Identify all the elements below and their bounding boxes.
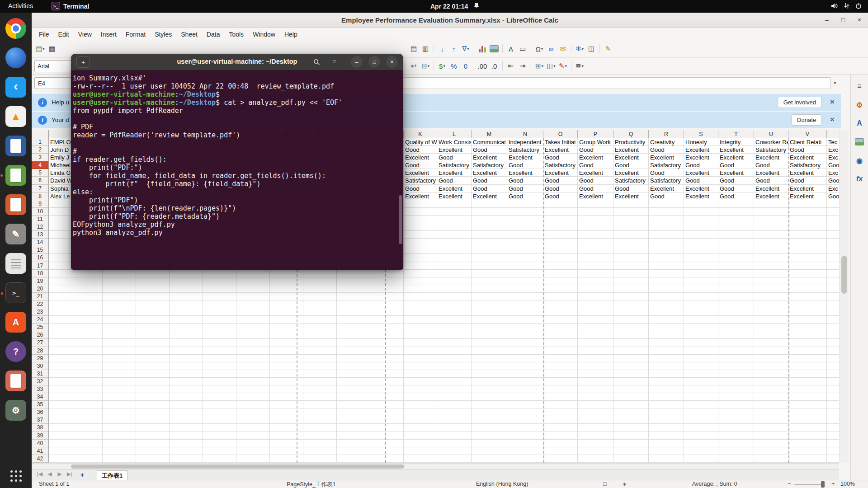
column-header-T[interactable]: T bbox=[718, 130, 754, 138]
cell-W18[interactable] bbox=[827, 270, 839, 277]
cell-A20[interactable] bbox=[49, 285, 103, 293]
cell-M8[interactable]: Excellent bbox=[472, 192, 507, 200]
cell-U30[interactable] bbox=[754, 362, 788, 370]
cell-V12[interactable] bbox=[788, 223, 827, 231]
sidebar-functions-icon[interactable]: fx bbox=[854, 174, 865, 184]
cell-E18[interactable] bbox=[203, 270, 236, 277]
cell-I19[interactable] bbox=[337, 277, 370, 285]
cell-S25[interactable] bbox=[684, 324, 718, 331]
cell-Q36[interactable] bbox=[613, 408, 649, 416]
cell-R36[interactable] bbox=[649, 408, 684, 416]
cell-A32[interactable] bbox=[49, 378, 103, 385]
cell-M15[interactable] bbox=[472, 246, 507, 254]
column-header-P[interactable]: P bbox=[578, 130, 613, 138]
cell-K10[interactable] bbox=[404, 208, 437, 216]
format-as-percent[interactable]: % bbox=[448, 60, 460, 72]
cell-M14[interactable] bbox=[472, 239, 507, 246]
cell-U7[interactable]: Excellent bbox=[754, 185, 788, 192]
cell-E40[interactable] bbox=[203, 440, 236, 447]
cell-P27[interactable] bbox=[578, 339, 613, 347]
cell-I29[interactable] bbox=[337, 355, 370, 362]
cell-H27[interactable] bbox=[303, 339, 337, 347]
cell-Q8[interactable]: Excellent bbox=[613, 192, 649, 200]
cell-F18[interactable] bbox=[236, 270, 270, 277]
cell-V18[interactable] bbox=[788, 270, 827, 277]
cell-A41[interactable] bbox=[49, 447, 103, 455]
row-header-7[interactable]: 7 bbox=[32, 185, 49, 192]
cell-R23[interactable] bbox=[649, 308, 684, 316]
cell-U34[interactable] bbox=[754, 393, 788, 401]
cell-K7[interactable]: Good bbox=[404, 185, 437, 192]
cell-O7[interactable]: Good bbox=[543, 185, 578, 192]
row-header-33[interactable]: 33 bbox=[32, 385, 49, 393]
cell-D21[interactable] bbox=[170, 293, 203, 300]
cell-N40[interactable] bbox=[507, 440, 543, 447]
cell-O41[interactable] bbox=[543, 447, 578, 455]
cell-O2[interactable]: Excellent bbox=[543, 146, 578, 154]
cell-G27[interactable] bbox=[270, 339, 303, 347]
cell-D30[interactable] bbox=[170, 362, 203, 370]
cell-R11[interactable] bbox=[649, 216, 684, 223]
libreoffice-writer-icon[interactable] bbox=[5, 136, 26, 156]
insert-special-character[interactable]: Ω▾ bbox=[533, 43, 545, 55]
cell-N19[interactable] bbox=[507, 277, 543, 285]
cell-L16[interactable] bbox=[437, 254, 472, 262]
cell-K31[interactable] bbox=[404, 370, 437, 378]
cell-Q7[interactable]: Good bbox=[613, 185, 649, 192]
cell-B42[interactable] bbox=[103, 455, 136, 463]
cell-I35[interactable] bbox=[337, 401, 370, 408]
cell-T29[interactable] bbox=[718, 355, 754, 362]
cell-Q11[interactable] bbox=[613, 216, 649, 223]
cell-N39[interactable] bbox=[507, 432, 543, 440]
row-header-31[interactable]: 31 bbox=[32, 370, 49, 378]
cell-U2[interactable]: Satisfactory bbox=[754, 146, 788, 154]
cell-C29[interactable] bbox=[136, 355, 170, 362]
row-header-11[interactable]: 11 bbox=[32, 216, 49, 223]
cell-N24[interactable] bbox=[507, 316, 543, 324]
cell-B20[interactable] bbox=[103, 285, 136, 293]
terminal-new-tab-button[interactable]: + bbox=[76, 56, 90, 68]
cell-C23[interactable] bbox=[136, 308, 170, 316]
cell-U39[interactable] bbox=[754, 432, 788, 440]
cell-H24[interactable] bbox=[303, 316, 337, 324]
cell-A22[interactable] bbox=[49, 300, 103, 308]
cell-T3[interactable]: Excellent bbox=[718, 154, 754, 161]
cell-C33[interactable] bbox=[136, 385, 170, 393]
cell-M3[interactable]: Excellent bbox=[472, 154, 507, 161]
cell-Q37[interactable] bbox=[613, 416, 649, 424]
cell-A33[interactable] bbox=[49, 385, 103, 393]
cell-V23[interactable] bbox=[788, 308, 827, 316]
cell-C35[interactable] bbox=[136, 401, 170, 408]
cell-G23[interactable] bbox=[270, 308, 303, 316]
cell-I33[interactable] bbox=[337, 385, 370, 393]
cell-B29[interactable] bbox=[103, 355, 136, 362]
cell-Q30[interactable] bbox=[613, 362, 649, 370]
cell-F41[interactable] bbox=[236, 447, 270, 455]
cell-J40[interactable] bbox=[370, 440, 404, 447]
cell-L11[interactable] bbox=[437, 216, 472, 223]
libreoffice-calc-icon[interactable] bbox=[5, 165, 26, 186]
cell-R19[interactable] bbox=[649, 277, 684, 285]
cell-O1[interactable]: Takes Initiat bbox=[543, 138, 578, 146]
cell-H28[interactable] bbox=[303, 347, 337, 355]
cell-V28[interactable] bbox=[788, 347, 827, 355]
cell-R25[interactable] bbox=[649, 324, 684, 331]
cell-C26[interactable] bbox=[136, 331, 170, 339]
cell-V3[interactable]: Excellent bbox=[788, 154, 827, 161]
cell-R7[interactable]: Excellent bbox=[649, 185, 684, 192]
cell-J28[interactable] bbox=[370, 347, 404, 355]
cell-M32[interactable] bbox=[472, 378, 507, 385]
cell-F30[interactable] bbox=[236, 362, 270, 370]
cell-J18[interactable] bbox=[370, 270, 404, 277]
cell-P24[interactable] bbox=[578, 316, 613, 324]
cell-G32[interactable] bbox=[270, 378, 303, 385]
cell-Q5[interactable]: Excellent bbox=[613, 169, 649, 177]
page-style[interactable]: PageStyle_工作表1 bbox=[287, 481, 335, 488]
cell-M16[interactable] bbox=[472, 254, 507, 262]
cell-Q26[interactable] bbox=[613, 331, 649, 339]
cell-C24[interactable] bbox=[136, 316, 170, 324]
terminal-scrollbar-thumb[interactable] bbox=[399, 195, 402, 244]
menu-item-view[interactable]: View bbox=[74, 28, 96, 41]
cell-D24[interactable] bbox=[170, 316, 203, 324]
cell-L17[interactable] bbox=[437, 262, 472, 270]
